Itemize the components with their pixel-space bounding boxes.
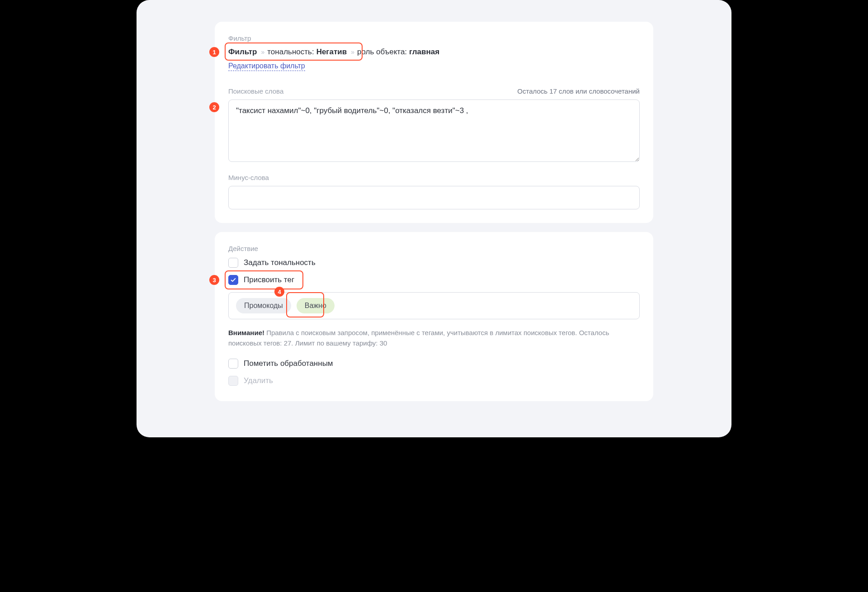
warning-text-body: Правила с поисковым запросом, применённы… — [228, 329, 609, 347]
tag-important[interactable]: Важно — [297, 298, 335, 313]
app-frame: 1 Фильтр Фильтр » тональность: Негатив »… — [137, 0, 731, 437]
search-words-label: Поисковые слова — [228, 87, 283, 95]
mark-processed-label: Пометить обработанным — [244, 359, 333, 368]
callout-marker-4: 4 — [274, 287, 284, 297]
minus-words-input[interactable] — [228, 186, 640, 209]
breadcrumb-role-value: главная — [409, 47, 439, 57]
assign-tag-label: Присвоить тег — [244, 275, 294, 284]
breadcrumb-tonality-value: Негатив — [316, 47, 347, 57]
delete-label: Удалить — [244, 376, 273, 385]
action-section-label: Действие — [228, 245, 640, 252]
callout-marker-3: 3 — [209, 275, 219, 285]
assign-tag-row: Присвоить тег — [228, 275, 640, 285]
tag-input-container[interactable]: Промокоды Важно — [228, 292, 640, 319]
minus-words-label: Минус-слова — [228, 174, 640, 181]
delete-row: Удалить — [228, 376, 640, 386]
assign-tag-checkbox[interactable] — [228, 275, 238, 285]
chevron-icon: » — [351, 48, 353, 56]
check-icon — [230, 277, 236, 283]
tag-promocodes[interactable]: Промокоды — [236, 298, 291, 313]
mark-processed-checkbox[interactable] — [228, 359, 238, 369]
delete-checkbox — [228, 376, 238, 386]
mark-processed-row: Пометить обработанным — [228, 359, 640, 369]
callout-marker-2: 2 — [209, 102, 219, 112]
set-tonality-label: Задать тональность — [244, 258, 316, 267]
set-tonality-row: Задать тональность — [228, 258, 640, 268]
warning-strong: Внимание! — [228, 329, 264, 336]
filter-section-label: Фильтр — [228, 34, 640, 42]
set-tonality-checkbox[interactable] — [228, 258, 238, 268]
breadcrumb-role-label: роль объекта: — [357, 47, 407, 57]
action-card: Действие Задать тональность 3 Присвоить … — [215, 232, 653, 401]
search-words-input[interactable] — [228, 99, 640, 162]
search-words-remaining: Осталось 17 слов или словосочетаний — [517, 87, 640, 95]
callout-marker-1: 1 — [209, 47, 219, 57]
breadcrumb-tonality-label: тональность: — [267, 47, 314, 57]
tag-limit-warning: Внимание! Правила с поисковым запросом, … — [228, 327, 640, 349]
filter-card: 1 Фильтр Фильтр » тональность: Негатив »… — [215, 22, 653, 223]
chevron-icon: » — [261, 48, 263, 56]
edit-filter-link[interactable]: Редактировать фильтр — [228, 62, 305, 71]
filter-breadcrumb: Фильтр » тональность: Негатив » роль объ… — [228, 47, 640, 57]
breadcrumb-root: Фильтр — [228, 47, 257, 57]
